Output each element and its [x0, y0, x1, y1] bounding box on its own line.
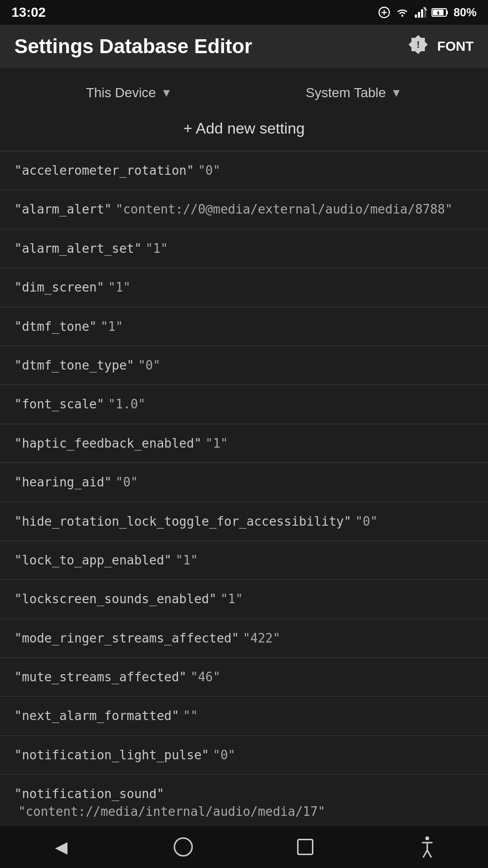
setting-value: "0": [138, 357, 160, 374]
setting-value: "1": [176, 552, 198, 569]
setting-key: "alarm_alert_set": [14, 240, 142, 257]
back-button[interactable]: ◀: [42, 828, 80, 866]
app-header: Settings Database Editor ! FONT: [0, 25, 488, 68]
setting-key: "next_alarm_formatted": [14, 707, 179, 724]
setting-value: "422": [243, 630, 280, 647]
recents-square-icon: [297, 839, 313, 855]
table-row[interactable]: "accelerometer_rotation" "0": [0, 151, 488, 190]
accessibility-icon: [419, 836, 436, 858]
setting-value: "content://0@media/external/audio/media/…: [116, 201, 453, 218]
add-setting-button[interactable]: + Add new setting: [0, 110, 488, 151]
svg-line-20: [427, 850, 431, 857]
add-setting-label: + Add new setting: [183, 120, 305, 137]
svg-point-16: [425, 836, 429, 840]
setting-key: "lockscreen_sounds_enabled": [14, 590, 217, 608]
setting-key: "dtmf_tone": [14, 318, 97, 335]
setting-value: "1": [145, 240, 168, 257]
table-row[interactable]: "hearing_aid" "0": [0, 463, 488, 502]
table-row[interactable]: "mute_streams_affected" "46": [0, 658, 488, 697]
table-row[interactable]: "dtmf_tone_type" "0": [0, 346, 488, 385]
accessibility-button[interactable]: [408, 828, 446, 866]
setting-value: "1": [221, 590, 243, 608]
battery-icon: [432, 7, 449, 18]
device-dropdown-label: This Device: [86, 85, 156, 101]
setting-key: "dtmf_tone_type": [14, 357, 134, 374]
svg-point-3: [401, 15, 403, 17]
setting-key: "mode_ringer_streams_affected": [14, 630, 239, 647]
table-row[interactable]: "alarm_alert_set" "1": [0, 229, 488, 268]
device-dropdown-arrow: ▼: [161, 86, 172, 100]
table-row[interactable]: "notification_light_pulse" "0": [0, 736, 488, 775]
setting-value: "1.0": [108, 395, 145, 413]
app-title: Settings Database Editor: [14, 35, 252, 58]
table-row[interactable]: "haptic_feedback_enabled" "1": [0, 424, 488, 463]
dropdowns-row: This Device ▼ System Table ▼: [0, 68, 488, 110]
setting-value: "0": [198, 162, 221, 179]
table-row[interactable]: "notification_sound" "content://media/in…: [0, 775, 488, 831]
svg-line-19: [423, 850, 427, 857]
setting-key: "alarm_alert": [14, 201, 112, 218]
home-circle-icon: [174, 837, 193, 857]
add-circle-icon: [378, 6, 390, 19]
table-row[interactable]: "hide_rotation_lock_toggle_for_accessibi…: [0, 502, 488, 541]
setting-key: "hearing_aid": [14, 473, 112, 491]
setting-value: "1": [100, 318, 123, 335]
setting-value: "1": [205, 435, 228, 452]
status-bar: 13:02 8: [0, 0, 488, 25]
battery-percent: 80%: [454, 6, 477, 19]
header-actions: ! FONT: [406, 34, 474, 59]
svg-rect-5: [418, 12, 420, 18]
table-dropdown[interactable]: System Table ▼: [306, 85, 402, 101]
setting-key: "accelerometer_rotation": [14, 162, 194, 179]
setting-key: "mute_streams_affected": [14, 668, 187, 686]
setting-value: "46": [190, 668, 221, 686]
table-row[interactable]: "font_scale" "1.0": [0, 385, 488, 424]
setting-key: "lock_to_app_enabled": [14, 552, 172, 569]
setting-value: "1": [108, 279, 131, 296]
table-dropdown-label: System Table: [306, 85, 386, 101]
font-button[interactable]: FONT: [437, 39, 474, 54]
table-row[interactable]: "alarm_alert" "content://0@media/externa…: [0, 190, 488, 229]
svg-text:!: !: [416, 39, 420, 50]
status-time: 13:02: [11, 5, 46, 20]
setting-key: "dim_screen": [14, 279, 104, 296]
setting-key: "font_scale": [14, 395, 104, 413]
setting-value: "content://media/internal/audio/media/17…: [18, 803, 325, 820]
table-row[interactable]: "mode_ringer_streams_affected" "422": [0, 619, 488, 658]
svg-rect-4: [415, 14, 417, 18]
setting-value: "0": [213, 746, 235, 764]
navigation-bar: ◀: [0, 825, 488, 868]
content-area: This Device ▼ System Table ▼ + Add new s…: [0, 68, 488, 868]
alert-badge-icon[interactable]: !: [406, 34, 431, 59]
setting-value: "": [183, 707, 198, 724]
table-row[interactable]: "lockscreen_sounds_enabled" "1": [0, 580, 488, 619]
table-row[interactable]: "dtmf_tone" "1": [0, 307, 488, 346]
table-dropdown-arrow: ▼: [391, 86, 402, 100]
wifi-icon: [395, 6, 410, 19]
recents-button[interactable]: [286, 828, 324, 866]
status-icons: 80%: [378, 6, 477, 19]
svg-rect-6: [421, 10, 423, 18]
svg-rect-10: [446, 11, 448, 14]
setting-key: "haptic_feedback_enabled": [14, 435, 201, 452]
setting-value: "0": [116, 473, 138, 491]
home-button[interactable]: [164, 828, 202, 866]
table-row[interactable]: "dim_screen" "1": [0, 268, 488, 307]
table-row[interactable]: "next_alarm_formatted" "": [0, 697, 488, 735]
setting-key: "notification_sound": [14, 785, 164, 802]
setting-value: "0": [355, 513, 377, 530]
setting-key: "hide_rotation_lock_toggle_for_accessibi…: [14, 513, 351, 530]
settings-list: "accelerometer_rotation" "0""alarm_alert…: [0, 151, 488, 868]
table-row[interactable]: "lock_to_app_enabled" "1": [0, 541, 488, 580]
device-dropdown[interactable]: This Device ▼: [86, 85, 172, 101]
setting-key: "notification_light_pulse": [14, 746, 209, 764]
signal-icon: [414, 6, 427, 19]
